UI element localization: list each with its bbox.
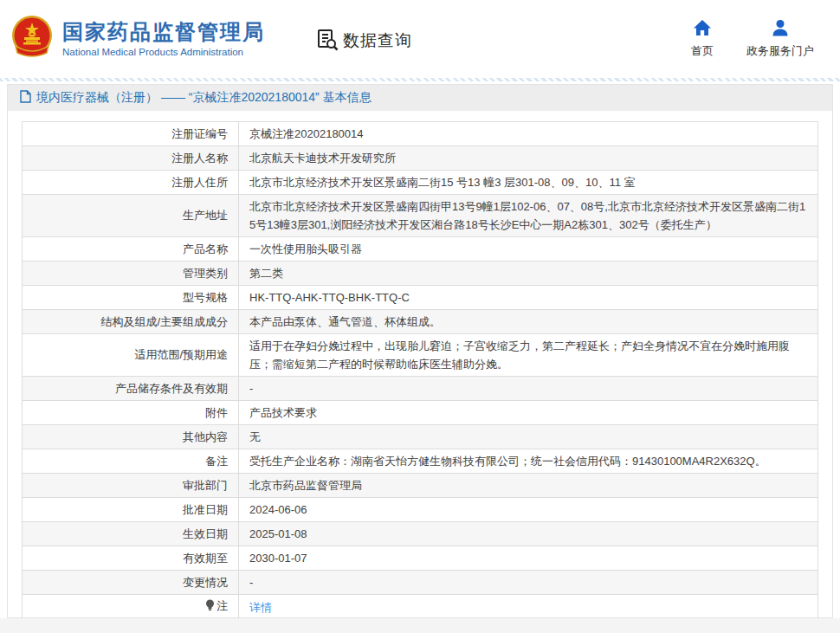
home-icon xyxy=(693,19,712,40)
row-label: 产品名称 xyxy=(23,237,239,262)
org-name-cn: 国家药品监督管理局 xyxy=(62,20,265,44)
registration-info-table-wrap: 注册证编号 京械注准20202180014 注册人名称 北京航天卡迪技术开发研究… xyxy=(8,111,832,620)
data-query-title[interactable]: 数据查询 xyxy=(315,28,412,55)
row-value: - xyxy=(239,377,818,401)
row-value: 无 xyxy=(239,425,818,449)
row-label: 结构及组成/主要组成成分 xyxy=(23,310,239,334)
row-label: 备注 xyxy=(23,449,239,474)
site-header: 国家药品监督管理局 National Medical Products Admi… xyxy=(0,0,840,78)
row-label: 生产地址 xyxy=(23,195,239,237)
table-row: 注册人名称 北京航天卡迪技术开发研究所 xyxy=(23,146,818,171)
row-value: 本产品由泵体、通气管道、杯体组成。 xyxy=(239,310,818,334)
table-row: 产品储存条件及有效期 - xyxy=(23,377,818,401)
row-value: 北京航天卡迪技术开发研究所 xyxy=(239,146,818,171)
row-label: 审批部门 xyxy=(23,474,239,498)
row-value: 2030-01-07 xyxy=(239,546,818,571)
row-label: 生效日期 xyxy=(23,522,239,546)
row-label: 注册人住所 xyxy=(23,171,239,195)
row-value: 详情 xyxy=(239,595,818,620)
table-row: 管理类别 第二类 xyxy=(23,262,818,286)
nav-gov-portal[interactable]: 政务服务门户 xyxy=(746,19,814,59)
row-label: 注册证编号 xyxy=(23,122,239,146)
row-label: 附件 xyxy=(23,401,239,425)
row-value: 北京市药品监督管理局 xyxy=(239,474,818,498)
document-icon xyxy=(20,90,31,106)
row-label: 管理类别 xyxy=(23,262,239,286)
page-title-bar: 境内医疗器械（注册） —— “京械注准20202180014” 基本信息 xyxy=(8,85,832,111)
data-query-icon xyxy=(315,28,339,55)
page-bottom-strip xyxy=(0,618,840,633)
detail-link[interactable]: 详情 xyxy=(249,601,272,614)
row-value: 受托生产企业名称：湖南省天怡方健生物科技有限公司；统一社会信用代码：914301… xyxy=(239,449,818,474)
table-row: 注册证编号 京械注准20202180014 xyxy=(23,122,818,146)
row-label: 适用范围/预期用途 xyxy=(23,334,239,377)
nav-home-label: 首页 xyxy=(691,43,714,59)
row-value: - xyxy=(239,571,818,595)
row-value: 京械注准20202180014 xyxy=(239,122,818,146)
nmpa-logo[interactable]: 国家药品监督管理局 National Medical Products Admi… xyxy=(9,13,265,65)
nav-home[interactable]: 首页 xyxy=(691,19,714,59)
table-row: 型号规格 HK-TTQ-AHK-TTQ-BHK-TTQ-C xyxy=(23,286,818,310)
row-value: 北京市北京经济技术开发区景盛南四街甲13号9幢1层102-06、07、08号,北… xyxy=(239,195,818,237)
row-label: 变更情况 xyxy=(23,571,239,595)
row-label: 有效期至 xyxy=(23,546,239,571)
row-value: 2024-06-06 xyxy=(239,498,818,522)
table-row: 审批部门 北京市药品监督管理局 xyxy=(23,474,818,498)
table-row: 批准日期 2024-06-06 xyxy=(23,498,818,522)
row-label: 其他内容 xyxy=(23,425,239,449)
row-value: 一次性使用胎头吸引器 xyxy=(239,237,818,262)
table-row: 其他内容 无 xyxy=(23,425,818,449)
table-row: 注 详情 xyxy=(23,595,818,620)
user-icon xyxy=(771,19,790,40)
row-label: 批准日期 xyxy=(23,498,239,522)
page-title: 境内医疗器械（注册） —— “京械注准20202180014” 基本信息 xyxy=(36,90,372,106)
row-label: 注册人名称 xyxy=(23,146,239,171)
table-row: 生效日期 2025-01-08 xyxy=(23,522,818,546)
table-row: 适用范围/预期用途 适用于在孕妇分娩过程中，出现胎儿窘迫；子宫收缩乏力，第二产程… xyxy=(23,334,818,377)
content-panel: 境内医疗器械（注册） —— “京械注准20202180014” 基本信息 注册证… xyxy=(7,84,833,618)
bulb-icon xyxy=(205,599,215,617)
row-label: 型号规格 xyxy=(23,286,239,310)
row-value: 北京市北京经济技术开发区景盛南二街15 号13 幢3 层301-08、09、10… xyxy=(239,171,818,195)
table-row: 注册人住所 北京市北京经济技术开发区景盛南二街15 号13 幢3 层301-08… xyxy=(23,171,818,195)
header-nav: 首页 政务服务门户 xyxy=(691,19,814,59)
national-emblem-icon xyxy=(9,13,55,65)
table-row: 产品名称 一次性使用胎头吸引器 xyxy=(23,237,818,262)
table-row: 结构及组成/主要组成成分 本产品由泵体、通气管道、杯体组成。 xyxy=(23,310,818,334)
org-name-en: National Medical Products Administration xyxy=(62,47,265,58)
nav-gov-portal-label: 政务服务门户 xyxy=(746,43,814,59)
row-value: 第二类 xyxy=(239,262,818,286)
table-row: 生产地址 北京市北京经济技术开发区景盛南四街甲13号9幢1层102-06、07、… xyxy=(23,195,818,237)
registration-info-table: 注册证编号 京械注准20202180014 注册人名称 北京航天卡迪技术开发研究… xyxy=(22,121,818,620)
table-row: 变更情况 - xyxy=(23,571,818,595)
row-value: HK-TTQ-AHK-TTQ-BHK-TTQ-C xyxy=(239,286,818,310)
header-divider xyxy=(0,78,840,81)
data-query-label: 数据查询 xyxy=(343,29,412,52)
table-row: 有效期至 2030-01-07 xyxy=(23,546,818,571)
row-value: 适用于在孕妇分娩过程中，出现胎儿窘迫；子宫收缩乏力，第二产程延长；产妇全身情况不… xyxy=(239,334,818,377)
row-label: 产品储存条件及有效期 xyxy=(23,377,239,401)
table-row: 备注 受托生产企业名称：湖南省天怡方健生物科技有限公司；统一社会信用代码：914… xyxy=(23,449,818,474)
table-row: 附件 产品技术要求 xyxy=(23,401,818,425)
row-value: 产品技术要求 xyxy=(239,401,818,425)
row-value: 2025-01-08 xyxy=(239,522,818,546)
row-label: 注 xyxy=(23,595,239,620)
